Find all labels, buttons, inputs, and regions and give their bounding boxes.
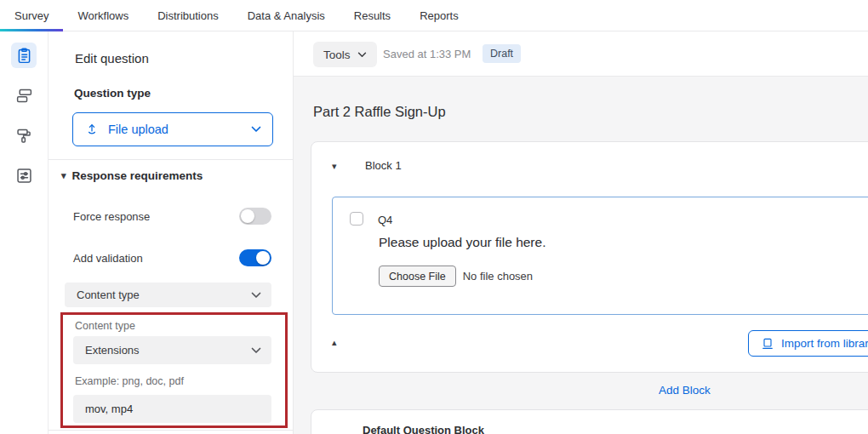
tab-distributions[interactable]: Distributions <box>143 0 233 31</box>
survey-flow-icon[interactable] <box>11 83 37 108</box>
tab-results[interactable]: Results <box>340 0 405 31</box>
block-collapse-icon[interactable]: ▾ <box>332 161 337 172</box>
chevron-down-icon <box>357 52 367 58</box>
tools-button[interactable]: Tools <box>313 42 377 67</box>
panel-divider <box>49 159 293 160</box>
tab-data-analysis[interactable]: Data & Analysis <box>233 0 340 31</box>
chevron-down-icon <box>251 292 261 299</box>
chevron-down-icon <box>251 347 261 354</box>
question-type-label: Question type <box>74 87 151 100</box>
chevron-down-icon <box>251 126 261 133</box>
toggle-knob <box>241 209 254 223</box>
add-validation-toggle[interactable] <box>239 249 271 266</box>
add-block-link[interactable]: Add Block <box>659 384 711 397</box>
tab-workflows[interactable]: Workflows <box>63 0 143 31</box>
question-id: Q4 <box>378 214 392 226</box>
tools-label: Tools <box>323 49 351 61</box>
file-upload-control: Choose File No file chosen <box>379 266 533 287</box>
section-title: Response requirements <box>72 169 203 182</box>
autosave-status: Saved at 1:33 PM <box>383 48 471 60</box>
extensions-value: mov, mp4 <box>85 403 133 415</box>
import-from-library-button[interactable]: Import from library <box>748 330 868 357</box>
force-response-toggle[interactable] <box>239 208 271 225</box>
survey-title: Part 2 Raffle Sign-Up <box>313 104 446 120</box>
status-badge: Draft <box>483 44 521 63</box>
question-text: Please upload your file here. <box>379 235 545 250</box>
force-response-label: Force response <box>73 210 150 223</box>
block-card: ▾ Block 1 Q4 Please upload your file her… <box>311 141 868 373</box>
file-status-text: No file chosen <box>463 270 533 283</box>
icon-rail <box>0 31 49 434</box>
import-button-label: Import from library <box>781 337 868 350</box>
next-block-title[interactable]: Default Question Block <box>363 424 484 434</box>
tab-survey[interactable]: Survey <box>0 0 63 31</box>
library-icon <box>761 337 774 351</box>
validation-type-dropdown[interactable]: Content type <box>65 283 271 307</box>
response-requirements-header[interactable]: ▾ Response requirements <box>61 169 203 182</box>
collapse-icon: ▾ <box>61 171 66 180</box>
extensions-input[interactable]: mov, mp4 <box>73 395 271 423</box>
content-type-value: Extensions <box>85 344 140 357</box>
upload-icon <box>84 122 100 137</box>
editor-canvas: Part 2 Raffle Sign-Up ▾ Block 1 Q4 Pleas… <box>294 77 868 434</box>
edit-question-panel: Edit question Question type File upload … <box>49 31 294 434</box>
toggle-knob <box>256 251 270 265</box>
content-type-label: Content type <box>75 320 135 332</box>
survey-options-icon[interactable] <box>11 163 37 188</box>
survey-editor: Tools Saved at 1:33 PM Draft Part 2 Raff… <box>294 31 868 434</box>
content-type-dropdown[interactable]: Extensions <box>73 336 271 364</box>
tab-reports[interactable]: Reports <box>405 0 473 31</box>
choose-file-button[interactable]: Choose File <box>379 266 456 287</box>
look-and-feel-icon[interactable] <box>11 123 37 148</box>
block-title[interactable]: Block 1 <box>365 159 402 172</box>
block-collapse-up-icon[interactable]: ▴ <box>332 337 337 348</box>
app-window: Survey Workflows Distributions Data & An… <box>0 0 868 434</box>
top-nav: Survey Workflows Distributions Data & An… <box>0 0 868 31</box>
validation-type-value: Content type <box>77 288 140 301</box>
extensions-hint-label: Example: png, doc, pdf <box>75 375 184 387</box>
question-card[interactable]: Q4 Please upload your file here. Choose … <box>332 197 868 315</box>
block-card-next: Default Question Block <box>311 409 868 434</box>
editor-toolbar: Tools Saved at 1:33 PM Draft <box>294 31 868 77</box>
survey-builder-icon[interactable] <box>11 43 37 68</box>
add-validation-label: Add validation <box>73 252 143 265</box>
panel-title: Edit question <box>75 51 149 66</box>
panel-divider <box>49 430 293 431</box>
question-checkbox[interactable] <box>350 212 363 226</box>
question-type-value: File upload <box>108 123 168 136</box>
question-type-dropdown[interactable]: File upload <box>72 112 273 146</box>
